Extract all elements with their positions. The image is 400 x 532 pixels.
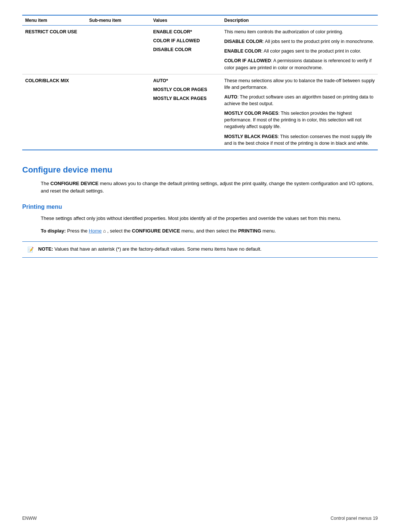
configure-device-heading: Configure device menu (22, 165, 378, 175)
col-header-menu: Menu item (22, 15, 86, 26)
note-text: NOTE: Values that have an asterisk (*) a… (38, 245, 261, 253)
value-mostly-black: MOSTLY BLACK PAGES (153, 95, 219, 102)
note-icon: 📝 (27, 246, 34, 254)
footer-right: Control panel menus 19 (331, 516, 378, 521)
to-display-body: Press the (67, 228, 89, 234)
value-auto: AUTO* (153, 77, 219, 84)
col-header-values: Values (150, 15, 221, 26)
to-display-suffix: , select the CONFIGURE DEVICE menu, and … (107, 228, 276, 234)
value-disable-color: DISABLE COLOR (153, 46, 219, 53)
value-enable-color: ENABLE COLOR* (153, 29, 219, 35)
desc-mostly-color-pages: MOSTLY COLOR PAGES: This selection provi… (224, 110, 375, 130)
printing-menu-intro: These settings affect only jobs without … (22, 215, 378, 222)
menu-item-restrict-color: RESTRICT COLOR USE (22, 26, 86, 74)
value-color-if-allowed: COLOR IF ALLOWED (153, 37, 219, 44)
configure-device-intro: The CONFIGURE DEVICE menu allows you to … (22, 180, 378, 195)
table-row: COLOR/BLACK MIX AUTO* MOSTLY COLOR PAGES… (22, 74, 378, 150)
menu-item-color-black-mix: COLOR/BLACK MIX (22, 74, 86, 150)
desc-restrict-color-intro: This menu item controls the authorizatio… (224, 29, 375, 35)
desc-color-black-mix: These menu selections allow you to balan… (221, 74, 378, 150)
table-row: RESTRICT COLOR USE ENABLE COLOR* COLOR I… (22, 26, 378, 74)
footer-left: ENWW (22, 516, 37, 521)
footer: ENWW Control panel menus 19 (22, 516, 378, 521)
desc-color-if-allowed: COLOR IF ALLOWED: A permissions database… (224, 57, 375, 71)
home-link[interactable]: Home (89, 228, 102, 234)
to-display-button-icon: ⌂ (103, 228, 106, 234)
to-display-para: To display: Press the Home ⌂ , select th… (22, 227, 378, 235)
to-display-label: To display: (41, 228, 66, 234)
sub-menu-restrict-color (86, 26, 150, 74)
desc-restrict-color: This menu item controls the authorizatio… (221, 26, 378, 74)
values-restrict-color: ENABLE COLOR* COLOR IF ALLOWED DISABLE C… (150, 26, 221, 74)
desc-enable-color: ENABLE COLOR: All color pages sent to th… (224, 48, 375, 54)
col-header-sub: Sub-menu item (86, 15, 150, 26)
desc-auto: AUTO: The product software uses an algor… (224, 94, 375, 107)
sub-menu-color-black-mix (86, 74, 150, 150)
desc-disable-color: DISABLE COLOR: All jobs sent to the prod… (224, 38, 375, 45)
menu-table: Menu item Sub-menu item Values Descripti… (22, 15, 378, 150)
col-header-description: Description (221, 15, 378, 26)
desc-color-black-intro: These menu selections allow you to balan… (224, 77, 375, 91)
note-body: Values that have an asterisk (*) are the… (54, 246, 261, 252)
desc-mostly-black-pages: MOSTLY BLACK PAGES: This selection conse… (224, 133, 375, 147)
values-color-black-mix: AUTO* MOSTLY COLOR PAGES MOSTLY BLACK PA… (150, 74, 221, 150)
printing-menu-heading: Printing menu (22, 204, 378, 210)
value-mostly-color: MOSTLY COLOR PAGES (153, 86, 219, 93)
note-label: NOTE: (38, 246, 53, 252)
note-box: 📝 NOTE: Values that have an asterisk (*)… (22, 241, 378, 258)
